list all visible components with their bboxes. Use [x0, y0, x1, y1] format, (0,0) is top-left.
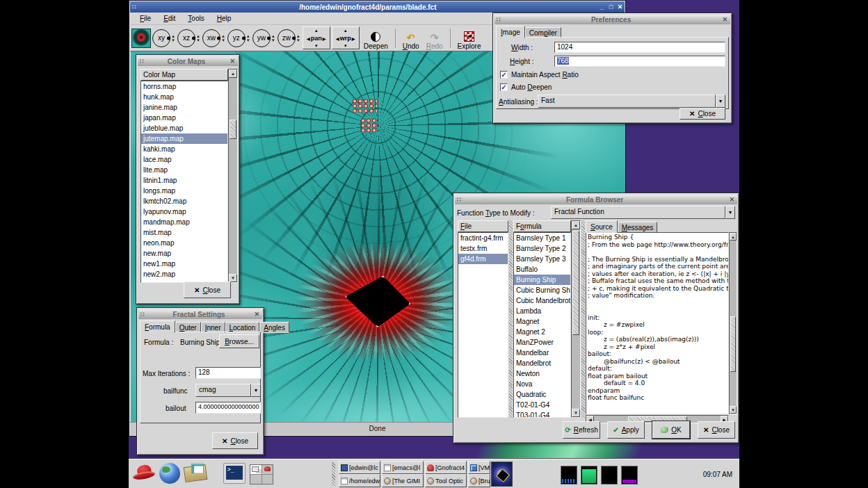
color-map-item[interactable]: juteblue.map	[141, 123, 227, 133]
formula-item[interactable]: Mandelbrot	[514, 358, 570, 368]
minimize-icon[interactable]: _	[597, 3, 606, 10]
tab-image[interactable]: Image	[496, 26, 525, 38]
workspace-1[interactable]	[250, 465, 262, 474]
formula-item[interactable]: Quadratic	[514, 389, 570, 400]
close-button[interactable]: ✕ Close	[184, 282, 231, 298]
warp-right-icon[interactable]: ▶	[352, 36, 355, 41]
undo-button[interactable]: ↶ Undo	[400, 26, 422, 50]
window-menu-icon[interactable]: ∷	[455, 196, 463, 203]
color-map-item[interactable]: lace.map	[141, 154, 227, 165]
tab-angles[interactable]: Angles	[259, 322, 289, 333]
browse-button[interactable]: Browse...	[219, 334, 259, 348]
tab-formula[interactable]: Formula	[140, 320, 175, 333]
workspace-3[interactable]	[250, 475, 262, 484]
scroll-up-icon[interactable]: ▲	[730, 233, 737, 241]
color-map-item[interactable]: horns.map	[141, 81, 227, 92]
formula-column-header[interactable]: Formula	[513, 220, 571, 232]
taskbar-window-button[interactable]: [Gnofract4	[425, 461, 467, 474]
close-icon[interactable]: ✕	[251, 311, 262, 318]
taskbar-window-button[interactable]: [VMware V	[468, 461, 490, 474]
chevron-down-icon[interactable]: ▼	[716, 95, 725, 108]
color-map-item[interactable]: janine.map	[141, 102, 227, 113]
terminal-launcher-icon[interactable]	[223, 463, 246, 484]
file-column-header[interactable]: File	[458, 220, 508, 232]
menu-help[interactable]: Help	[211, 13, 237, 24]
maintain-aspect-checkbox[interactable]	[500, 71, 508, 79]
memory-monitor[interactable]	[581, 466, 597, 485]
close-button[interactable]: ✕ Close	[680, 108, 725, 120]
color-map-item[interactable]: new.map	[141, 248, 227, 259]
pane-resize-handle[interactable]	[509, 220, 513, 418]
formula-item[interactable]: Lambda	[514, 306, 570, 316]
color-map-item[interactable]: hunk.map	[141, 92, 227, 102]
close-icon[interactable]: ✕	[616, 3, 625, 10]
formula-item[interactable]: T03-01-G4	[514, 410, 570, 418]
yw-spinner[interactable]: ▲▼	[271, 34, 276, 42]
pan-right-icon[interactable]: ▶	[323, 36, 326, 41]
formula-item[interactable]: ManZPower	[514, 337, 570, 348]
scrollbar-thumb[interactable]	[230, 120, 236, 139]
formula-item[interactable]: Buffalo	[514, 264, 570, 275]
max-iterations-input[interactable]: 128	[195, 367, 261, 379]
main-titlebar[interactable]: ∷ /home/edwin/gnofract4d/params/blade.fc…	[130, 1, 625, 13]
color-map-item[interactable]: mist.map	[141, 227, 227, 238]
xw-spinner[interactable]: ▲▼	[220, 34, 226, 42]
color-map-item[interactable]: litnin1.map	[141, 175, 227, 186]
auto-deepen-checkbox[interactable]	[500, 83, 508, 91]
taskbar-window-button[interactable]: [The GIMI	[382, 474, 424, 487]
scroll-up-icon[interactable]: ▲	[229, 70, 237, 78]
rotate-xz-button[interactable]: xz	[177, 29, 195, 47]
web-browser-icon[interactable]	[159, 463, 180, 484]
warp-pad-button[interactable]: ▲ ◀wrp▶ ▼	[332, 26, 360, 49]
color-map-item[interactable]: kahki.map	[141, 144, 227, 154]
source-vscrollbar[interactable]: ▲ ▼	[729, 232, 737, 414]
warp-up-icon[interactable]: ▲	[344, 29, 348, 33]
close-icon[interactable]: ✕	[726, 196, 737, 203]
window-menu-icon[interactable]: ∷	[138, 311, 147, 318]
scroll-up-icon[interactable]: ▲	[572, 221, 580, 229]
formula-item[interactable]: Barnsley Type 2	[514, 243, 570, 254]
fractal-settings-titlebar[interactable]: ∷ Fractal Settings ✕	[138, 309, 262, 319]
close-icon[interactable]: ✕	[719, 16, 730, 23]
color-map-item[interactable]: japan.map	[141, 113, 227, 123]
panel-drag-handle[interactable]	[332, 462, 335, 486]
tab-messages[interactable]: Messages	[618, 222, 658, 233]
taskbar-window-button[interactable]: /home/edw	[339, 474, 380, 487]
tab-source[interactable]: Source	[586, 220, 618, 233]
color-maps-titlebar[interactable]: ∷ Color Maps ✕	[138, 56, 238, 66]
preferences-titlebar[interactable]: ∷ Preferences ✕	[495, 15, 730, 24]
formula-scrollbar[interactable]: ▲ ▼	[571, 220, 581, 418]
taskbar-window-button[interactable]: [edwin@lc	[339, 461, 380, 474]
menu-tools[interactable]: Tools	[182, 13, 209, 24]
pan-left-icon[interactable]: ◀	[307, 36, 310, 41]
formula-browser-titlebar[interactable]: ∷ Formula Browser ✕	[455, 195, 737, 204]
menu-file[interactable]: File	[134, 13, 156, 24]
color-map-item[interactable]: longs.map	[141, 186, 227, 196]
maximize-icon[interactable]: □	[606, 3, 616, 10]
color-map-item[interactable]: new1.map	[141, 259, 227, 269]
bailfunc-combo[interactable]: cmag ▼	[195, 384, 261, 397]
taskbar-window-button[interactable]: Tool Optic	[425, 474, 467, 487]
formula-item[interactable]: Mandelbar	[514, 348, 570, 358]
formula-item[interactable]: Cubic Mandelbrot	[514, 295, 570, 306]
scrollbar-thumb[interactable]	[730, 316, 736, 372]
taskbar-window-button[interactable]: [Brush Se	[468, 474, 490, 487]
color-map-item[interactable]: lite.map	[141, 165, 227, 175]
formula-item[interactable]: Burning Ship	[514, 275, 570, 285]
fractal-preview-icon[interactable]	[131, 29, 151, 48]
rotate-xy-button[interactable]: xy	[152, 29, 170, 47]
formula-item[interactable]: Newton	[514, 368, 570, 379]
deepen-button[interactable]: Deepen	[361, 26, 391, 50]
formula-item[interactable]: Cubic Burning Ship	[514, 285, 570, 295]
formula-item[interactable]: Nova	[514, 379, 570, 389]
fractal-thumbnail[interactable]	[491, 462, 513, 487]
taskbar-window-button[interactable]: [emacs@l	[382, 461, 424, 474]
source-code-view[interactable]: Burning Ship {; From the web page http:/…	[586, 232, 729, 414]
close-button[interactable]: ✕ Close	[212, 432, 258, 449]
color-map-item[interactable]: neon.map	[141, 238, 227, 248]
yz-spinner[interactable]: ▲▼	[246, 34, 251, 42]
warp-down-icon[interactable]: ▼	[344, 44, 348, 48]
color-map-item[interactable]: new2.map	[141, 269, 227, 279]
color-map-item[interactable]: lkmtch02.map	[141, 196, 227, 206]
refresh-button[interactable]: ⟳ Refresh	[563, 421, 600, 439]
